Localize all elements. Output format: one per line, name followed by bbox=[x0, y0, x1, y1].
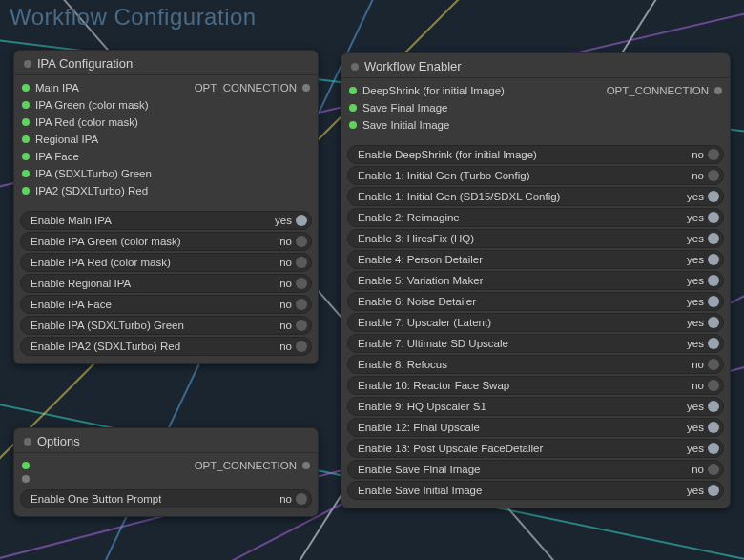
toggle-label: Enable 5: Variation Maker bbox=[358, 275, 483, 286]
toggle-row[interactable]: Enable 7: Upscaler (Latent)yes bbox=[347, 313, 724, 332]
toggle-knob-icon[interactable] bbox=[296, 257, 307, 268]
toggle-value: yes bbox=[685, 233, 704, 244]
toggle-knob-icon[interactable] bbox=[708, 359, 719, 370]
node-title-text: Options bbox=[37, 434, 80, 448]
toggle-label: Enable IPA Face bbox=[31, 299, 112, 310]
toggle-row[interactable]: Enable One Button Promptno bbox=[20, 489, 312, 508]
toggle-label: Enable 8: Refocus bbox=[358, 359, 447, 370]
node-title-text: IPA Configuration bbox=[37, 56, 133, 71]
toggle-label: Enable 3: HiresFix (HQ) bbox=[358, 233, 474, 244]
toggle-row[interactable]: Enable 2: Reimagineyes bbox=[347, 208, 724, 227]
input-port-dot[interactable] bbox=[349, 121, 357, 129]
toggle-knob-icon[interactable] bbox=[708, 317, 719, 328]
node-title-bar[interactable]: Options bbox=[14, 428, 318, 453]
toggle-row[interactable]: Enable 9: HQ Upscaler S1yes bbox=[347, 397, 724, 416]
toggle-knob-icon[interactable] bbox=[296, 341, 307, 352]
input-port-dot[interactable] bbox=[22, 135, 30, 143]
node-title-bar[interactable]: Workflow Enabler bbox=[341, 53, 730, 78]
toggle-label: Enable IPA (SDXLTurbo) Green bbox=[31, 320, 184, 331]
toggle-row[interactable]: Enable 1: Initial Gen (SD15/SDXL Config)… bbox=[347, 187, 724, 206]
toggle-knob-icon[interactable] bbox=[708, 443, 719, 454]
toggle-label: Enable 9: HQ Upscaler S1 bbox=[358, 401, 486, 412]
toggle-label: Enable Regional IPA bbox=[31, 278, 131, 289]
output-port-dot[interactable] bbox=[302, 462, 310, 469]
toggle-label: Enable One Button Prompt bbox=[31, 493, 161, 505]
toggle-value: yes bbox=[685, 296, 704, 307]
toggle-knob-icon[interactable] bbox=[708, 485, 719, 496]
toggle-row[interactable]: Enable Save Final Imageno bbox=[347, 460, 724, 479]
input-port-dot[interactable] bbox=[22, 84, 30, 92]
toggle-label: Enable Save Initial Image bbox=[358, 485, 482, 496]
input-port-dot[interactable] bbox=[349, 104, 357, 112]
toggle-row[interactable]: Enable 4: Person Detaileryes bbox=[347, 250, 724, 269]
toggle-row[interactable]: Enable Main IPAyes bbox=[20, 211, 312, 230]
toggle-knob-icon[interactable] bbox=[708, 338, 719, 349]
input-port-label: IPA Red (color mask) bbox=[35, 114, 138, 130]
toggle-value: yes bbox=[685, 317, 704, 328]
input-port-dot[interactable] bbox=[22, 187, 30, 195]
toggle-row[interactable]: Enable IPA (SDXLTurbo) Greenno bbox=[20, 316, 312, 335]
toggle-row[interactable]: Enable 1: Initial Gen (Turbo Config)no bbox=[347, 166, 724, 185]
toggle-knob-icon[interactable] bbox=[296, 299, 307, 310]
toggle-row[interactable]: Enable 3: HiresFix (HQ)yes bbox=[347, 229, 724, 248]
node-options[interactable]: Options OPT_CONNECTION Enable One Button… bbox=[13, 427, 319, 517]
collapse-dot-icon[interactable] bbox=[351, 63, 359, 71]
toggle-knob-icon[interactable] bbox=[708, 212, 719, 223]
toggle-knob-icon[interactable] bbox=[708, 191, 719, 202]
toggle-knob-icon[interactable] bbox=[708, 380, 719, 391]
toggle-row[interactable]: Enable 8: Refocusno bbox=[347, 355, 724, 374]
toggle-knob-icon[interactable] bbox=[296, 320, 307, 331]
toggle-row[interactable]: Enable 13: Post Upscale FaceDetaileryes bbox=[347, 439, 724, 458]
toggle-label: Enable IPA Red (color mask) bbox=[31, 257, 171, 268]
toggle-row[interactable]: Enable DeepShrink (for initial Image)no bbox=[347, 145, 724, 164]
node-workflow-enabler[interactable]: Workflow Enabler DeepShrink (for initial… bbox=[341, 52, 731, 508]
input-port-dot[interactable] bbox=[349, 87, 357, 94]
toggle-label: Enable 2: Reimagine bbox=[358, 212, 460, 223]
extra-port-dot[interactable] bbox=[22, 475, 30, 483]
toggle-knob-icon[interactable] bbox=[296, 278, 307, 289]
toggle-knob-icon[interactable] bbox=[708, 275, 719, 286]
output-port-label: OPT_CONNECTION bbox=[195, 80, 297, 95]
input-port-dot[interactable] bbox=[22, 118, 30, 126]
toggle-knob-icon[interactable] bbox=[708, 170, 719, 181]
page-title: Workflow Configuration bbox=[10, 4, 257, 31]
toggle-row[interactable]: Enable 12: Final Upscaleyes bbox=[347, 418, 724, 437]
toggle-value: no bbox=[685, 464, 704, 475]
toggle-knob-icon[interactable] bbox=[708, 233, 719, 244]
toggle-value: no bbox=[273, 320, 292, 331]
collapse-dot-icon[interactable] bbox=[24, 60, 31, 68]
toggle-knob-icon[interactable] bbox=[296, 236, 307, 247]
toggle-knob-icon[interactable] bbox=[296, 215, 307, 226]
input-port-dot[interactable] bbox=[22, 462, 30, 469]
toggle-row[interactable]: Enable Save Initial Imageyes bbox=[347, 481, 724, 500]
toggle-row[interactable]: Enable Regional IPAno bbox=[20, 274, 312, 293]
toggle-row[interactable]: Enable 6: Noise Detaileryes bbox=[347, 292, 724, 311]
node-ipa-configuration[interactable]: IPA Configuration Main IPA OPT_CONNECTIO… bbox=[13, 50, 319, 364]
toggle-row[interactable]: Enable IPA Red (color mask)no bbox=[20, 253, 312, 272]
toggle-knob-icon[interactable] bbox=[708, 149, 719, 160]
toggle-knob-icon[interactable] bbox=[708, 296, 719, 307]
input-port-dot[interactable] bbox=[22, 170, 30, 177]
toggle-row[interactable]: Enable 10: Reactor Face Swapno bbox=[347, 376, 724, 395]
output-port-dot[interactable] bbox=[302, 84, 310, 92]
toggle-row[interactable]: Enable 7: Ultimate SD Upscaleyes bbox=[347, 334, 724, 353]
toggle-label: Enable IPA Green (color mask) bbox=[31, 236, 181, 247]
widget-list: Enable One Button Promptno bbox=[14, 486, 318, 516]
input-port-dot[interactable] bbox=[22, 153, 30, 160]
toggle-knob-icon[interactable] bbox=[708, 422, 719, 433]
toggle-knob-icon[interactable] bbox=[708, 401, 719, 412]
toggle-row[interactable]: Enable IPA2 (SDXLTurbo) Redno bbox=[20, 337, 312, 356]
toggle-knob-icon[interactable] bbox=[296, 493, 307, 505]
collapse-dot-icon[interactable] bbox=[24, 438, 31, 446]
toggle-row[interactable]: Enable IPA Green (color mask)no bbox=[20, 232, 312, 251]
toggle-row[interactable]: Enable IPA Faceno bbox=[20, 295, 312, 314]
toggle-label: Enable 4: Person Detailer bbox=[358, 254, 483, 265]
toggle-value: yes bbox=[273, 215, 292, 226]
toggle-label: Enable 13: Post Upscale FaceDetailer bbox=[358, 443, 543, 454]
toggle-row[interactable]: Enable 5: Variation Makeryes bbox=[347, 271, 724, 290]
output-port-dot[interactable] bbox=[714, 87, 722, 94]
toggle-knob-icon[interactable] bbox=[708, 254, 719, 265]
input-port-dot[interactable] bbox=[22, 101, 30, 109]
toggle-knob-icon[interactable] bbox=[708, 464, 719, 475]
node-title-bar[interactable]: IPA Configuration bbox=[14, 51, 318, 75]
